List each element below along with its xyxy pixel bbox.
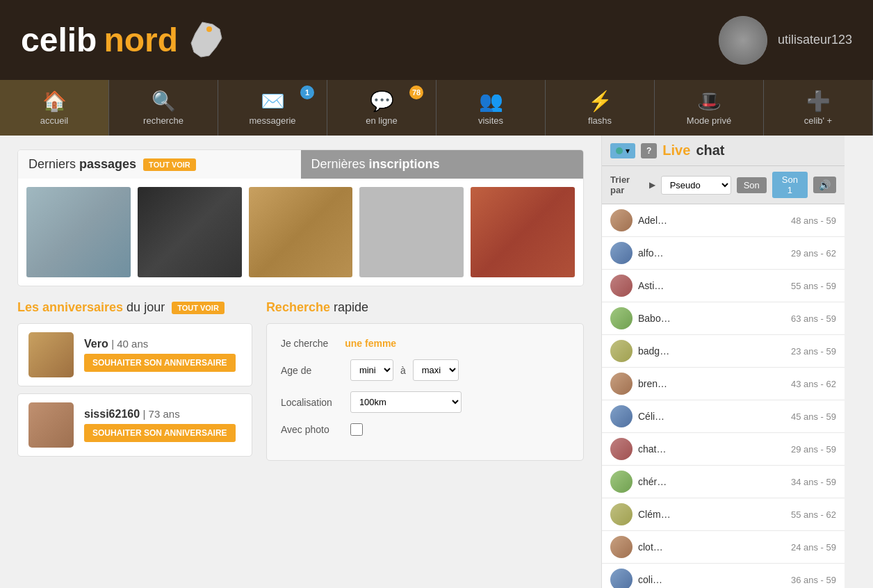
chat-user-age: 34 ans - 59 [791, 477, 836, 487]
logo[interactable]: celibnord [21, 21, 223, 59]
sidebar-item-flashs[interactable]: ⚡ flashs [546, 80, 655, 136]
anniv-age-1: | 40 ans [111, 338, 148, 350]
logo-text-orange: nord [104, 21, 178, 59]
chat-list-item[interactable]: badg… 23 ans - 59 [602, 335, 845, 368]
recherche-box: Je cherche une femme Age de mini 1820253… [266, 323, 584, 461]
age-max-select[interactable]: maxi 25303540 45505560 [413, 359, 459, 381]
chat-user-name: clot… [638, 541, 785, 553]
bottom-section-row: Les anniversaires du jour TOUT VOIR Vero… [17, 300, 584, 464]
anniversaires-title-row: Les anniversaires du jour TOUT VOIR [17, 300, 252, 315]
chat-help-button[interactable]: ? [641, 143, 657, 158]
souhaiter-button-1[interactable]: SOUHAITER SON ANNIVERSAIRE [84, 354, 236, 372]
location-label: Localisation [281, 397, 343, 408]
anniv-card-2: sissi62160 | 73 ans SOUHAITER SON ANNIVE… [17, 393, 252, 457]
chat-user-age: 55 ans - 62 [791, 509, 836, 520]
sidebar-item-mode-prive[interactable]: 🎩 Mode privé [655, 80, 764, 136]
recherche-age-row: Age de mini 18202530 35404550 à maxi 253… [281, 359, 569, 381]
passages-title: Derniers passages [28, 157, 136, 172]
chat-avatar [610, 275, 633, 297]
sort-label: Trier par [610, 174, 644, 195]
main-nav: 🏠 accueil 🔍 recherche ✉️ 1 messagerie 💬 … [0, 80, 873, 136]
passage-photo-3[interactable] [249, 187, 353, 277]
sidebar-item-visites[interactable]: 👥 visites [436, 80, 546, 136]
anniv-name-2: sissi62160 | 73 ans [84, 408, 241, 420]
sort-arrow: ▶ [649, 180, 655, 190]
chat-list-item[interactable]: Clém… 55 ans - 62 [602, 498, 845, 531]
svg-point-0 [206, 26, 212, 32]
en-ligne-badge: 78 [409, 85, 423, 99]
chat-list-item[interactable]: chér… 34 ans - 59 [602, 466, 845, 498]
chat-list-item[interactable]: coli… 36 ans - 59 [602, 564, 845, 588]
anniv-card-1: Vero | 40 ans SOUHAITER SON ANNIVERSAIRE [17, 323, 252, 386]
chat-list-item[interactable]: Asti… 55 ans - 59 [602, 270, 845, 302]
messagerie-badge: 1 [300, 85, 314, 99]
passage-photo-4[interactable] [359, 187, 464, 277]
passages-tout-voir-button[interactable]: TOUT VOIR [143, 158, 196, 171]
chat-list-item[interactable]: bren… 43 ans - 62 [602, 368, 845, 400]
passages-header-left: Derniers passages TOUT VOIR [18, 150, 301, 179]
chat-user-age: 36 ans - 59 [791, 575, 836, 585]
passage-photo-1[interactable] [26, 187, 131, 277]
passages-header-row: Derniers passages TOUT VOIR Dernières in… [18, 150, 583, 179]
live-chat-panel: ▾ ? Live chat Trier par ▶ Pseudo Age Con… [601, 136, 845, 588]
gender-son-button[interactable]: Son [737, 177, 767, 193]
chat-user-age: 23 ans - 59 [791, 346, 836, 357]
chat-user-name: badg… [638, 345, 785, 357]
recherche-title-row: Recherche rapide [266, 300, 584, 315]
sidebar-item-recherche[interactable]: 🔍 recherche [109, 80, 218, 136]
location-select[interactable]: 10km 20km 50km 100km 200km 500km Partout [350, 391, 462, 413]
chat-user-name: bren… [638, 378, 785, 389]
sidebar-item-celib-plus[interactable]: ➕ celib' + [764, 80, 873, 136]
chat-list-item[interactable]: Adel… 48 ans - 59 [602, 204, 845, 237]
chat-list-item[interactable]: Céli… 45 ans - 59 [602, 400, 845, 433]
chat-avatar [610, 536, 633, 558]
chat-icon: 💬 [370, 90, 394, 113]
chat-avatar [610, 373, 633, 395]
anniv-name-1: Vero | 40 ans [84, 338, 241, 350]
chat-user-name: Babo… [638, 313, 785, 324]
chat-avatar [610, 569, 633, 588]
age-min-select[interactable]: mini 18202530 35404550 [350, 359, 393, 381]
passage-photo-5[interactable] [471, 187, 575, 277]
home-icon: 🏠 [42, 90, 67, 113]
top-section: Derniers passages TOUT VOIR Dernières in… [17, 149, 584, 286]
sidebar-item-messagerie[interactable]: ✉️ 1 messagerie [218, 80, 327, 136]
photo-checkbox[interactable] [350, 423, 363, 436]
live-chat-header: ▾ ? Live chat [602, 136, 845, 166]
souhaiter-button-2[interactable]: SOUHAITER SON ANNIVERSAIRE [84, 424, 236, 442]
anniversaires-section: Les anniversaires du jour TOUT VOIR Vero… [17, 300, 252, 464]
nav-label-recherche: recherche [143, 115, 183, 126]
nav-label-messagerie: messagerie [249, 115, 295, 126]
photo-label: Avec photo [281, 424, 343, 435]
age-separator: à [400, 365, 406, 376]
chat-user-age: 48 ans - 59 [791, 215, 836, 226]
sound-button[interactable]: 🔊 [813, 177, 836, 193]
nav-label-accueil: accueil [40, 115, 68, 126]
live-chat-live-text: Live [662, 142, 690, 158]
chat-status-button[interactable]: ▾ [610, 143, 635, 158]
chat-user-name: chat… [638, 443, 785, 455]
anniv-avatar-2 [28, 402, 74, 448]
header-user: utilisateur123 [719, 16, 852, 65]
passages-inscriptions-container: Derniers passages TOUT VOIR Dernières in… [17, 149, 584, 286]
chat-list-item[interactable]: Babo… 63 ans - 59 [602, 302, 845, 335]
anniversaires-tout-voir-button[interactable]: TOUT VOIR [172, 302, 225, 314]
inscriptions-title-bold: inscriptions [369, 157, 440, 171]
sidebar-item-en-ligne[interactable]: 💬 78 en ligne [327, 80, 436, 136]
nav-label-visites: visites [478, 115, 503, 126]
chat-list-item[interactable]: chat… 29 ans - 59 [602, 433, 845, 466]
chat-list-item[interactable]: alfo… 29 ans - 62 [602, 237, 845, 270]
anniv-avatar-1 [28, 332, 74, 377]
anniv-age-2: | 73 ans [143, 408, 180, 420]
gender-son1-button[interactable]: Son 1 [772, 172, 808, 198]
sidebar-item-accueil[interactable]: 🏠 accueil [0, 80, 109, 136]
seeking-value: une femme [345, 338, 396, 349]
chat-avatar [610, 503, 633, 525]
recherche-seeking-row: Je cherche une femme [281, 338, 569, 349]
chat-user-age: 29 ans - 62 [791, 248, 836, 259]
sort-select[interactable]: Pseudo Age Connexion [661, 176, 731, 195]
chat-list-item[interactable]: clot… 24 ans - 59 [602, 531, 845, 564]
chat-user-name: alfo… [638, 247, 785, 259]
passage-photo-2[interactable] [138, 187, 242, 277]
recherche-location-row: Localisation 10km 20km 50km 100km 200km … [281, 391, 569, 413]
